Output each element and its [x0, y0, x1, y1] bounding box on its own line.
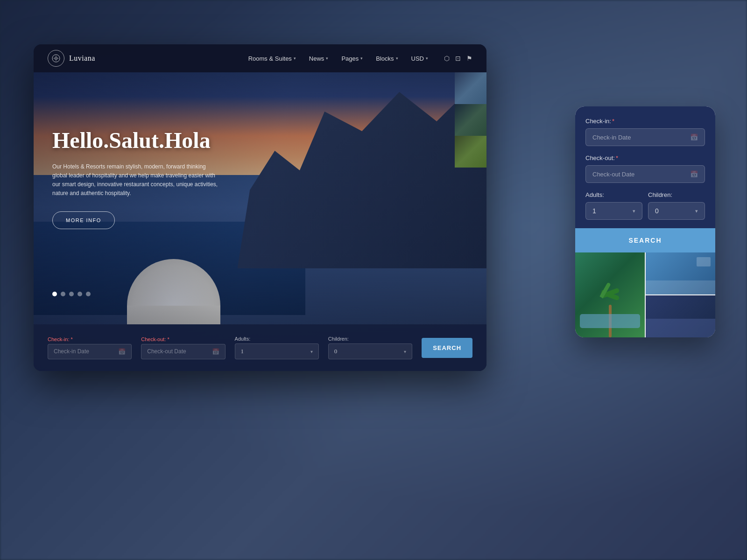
mob-adults-label: Adults:: [585, 191, 642, 198]
mob-search-button[interactable]: SEARCH: [575, 228, 715, 252]
booking-search-button[interactable]: SEARCH: [422, 338, 472, 358]
instagram-icon[interactable]: ⬡: [444, 55, 450, 63]
checkin-input[interactable]: Check-in Date 📅: [48, 344, 132, 359]
carousel-dot-5[interactable]: [86, 292, 91, 296]
checkout-input[interactable]: Check-out Date 📅: [141, 344, 225, 359]
nav-links: Rooms & Suites ▾ News ▾ Pages ▾ Blocks ▾…: [244, 52, 472, 65]
mob-adults-col: Adults: 1 ▾: [585, 191, 642, 220]
chevron-down-icon: ▾: [360, 56, 363, 61]
adults-label: Adults:: [235, 336, 319, 342]
logo-area[interactable]: Luviana: [48, 50, 95, 67]
chevron-down-icon: ▾: [404, 349, 406, 354]
chevron-down-icon: ▾: [396, 56, 398, 61]
mob-checkout-input[interactable]: Check-out Date 📅: [585, 165, 705, 183]
mob-checkin-label: Check-in:*: [585, 118, 705, 125]
calendar-icon: 📅: [118, 348, 126, 355]
navbar: Luviana Rooms & Suites ▾ News ▾ Pages ▾ …: [34, 44, 486, 72]
carousel-dot-1[interactable]: [52, 292, 57, 296]
mob-adults-select[interactable]: 1 ▾: [585, 202, 642, 220]
logo-icon: [48, 50, 64, 67]
checkout-label: Check-out: *: [141, 336, 225, 342]
nav-blocks[interactable]: Blocks ▾: [371, 52, 402, 65]
checkin-field: Check-in: * Check-in Date 📅: [48, 336, 132, 359]
calendar-icon: 📅: [212, 348, 219, 355]
mob-children-col: Children: 0 ▾: [648, 191, 705, 220]
camera-icon[interactable]: ⊡: [455, 55, 461, 63]
hero-thumbnail-strip: [455, 72, 486, 168]
chevron-down-icon: ▾: [326, 56, 328, 61]
carousel-dot-2[interactable]: [61, 292, 65, 296]
booking-bar: Check-in: * Check-in Date 📅 Check-out: *…: [34, 324, 486, 371]
nav-currency[interactable]: USD ▾: [407, 52, 433, 65]
hero-title: Hello.Salut.Hola: [52, 128, 220, 153]
mob-checkin-input[interactable]: Check-in Date 📅: [585, 128, 705, 146]
adults-field: Adults: 1 ▾: [235, 336, 319, 359]
mob-guests-row: Adults: 1 ▾ Children: 0 ▾: [585, 191, 705, 220]
nav-pages[interactable]: Pages ▾: [337, 52, 367, 65]
more-info-button[interactable]: MORE INFO: [52, 211, 115, 229]
flag-icon[interactable]: ⚑: [466, 55, 472, 63]
children-label: Children:: [328, 336, 412, 342]
chevron-down-icon: ▾: [310, 349, 313, 354]
chevron-down-icon: ▾: [695, 208, 698, 214]
hero-thumb-2: [455, 104, 486, 136]
calendar-icon: 📅: [690, 133, 698, 141]
nav-news[interactable]: News ▾: [304, 52, 333, 65]
mobile-booking-form: Check-in:* Check-in Date 📅 Check-out: * …: [575, 106, 715, 252]
laptop-mockup: Luviana Rooms & Suites ▾ News ▾ Pages ▾ …: [34, 44, 486, 371]
chevron-down-icon: ▾: [633, 208, 635, 214]
adults-select[interactable]: 1 ▾: [235, 343, 319, 359]
mob-children-label: Children:: [648, 191, 705, 198]
mob-children-select[interactable]: 0 ▾: [648, 202, 705, 220]
hero-thumb-3: [455, 136, 486, 168]
logo-text: Luviana: [69, 54, 95, 63]
hero-content: Hello.Salut.Hola Our Hotels & Resorts re…: [52, 128, 220, 229]
mob-photo-grid: [575, 252, 715, 337]
nav-social-links: ⬡ ⊡ ⚑: [444, 55, 472, 63]
carousel-dot-4[interactable]: [78, 292, 82, 296]
hero-subtitle: Our Hotels & Resorts remain stylish, mod…: [52, 162, 220, 198]
chevron-down-icon: ▾: [426, 56, 428, 61]
carousel-dot-3[interactable]: [69, 292, 74, 296]
children-field: Children: 0 ▾: [328, 336, 412, 359]
mob-checkout-label: Check-out: *: [585, 154, 705, 161]
nav-rooms-suites[interactable]: Rooms & Suites ▾: [244, 52, 301, 65]
checkout-field: Check-out: * Check-out Date 📅: [141, 336, 225, 359]
mob-photo-3: [646, 295, 715, 337]
mobile-panel: Check-in:* Check-in Date 📅 Check-out: * …: [575, 106, 715, 337]
mob-photo-2: [646, 252, 715, 294]
checkin-label: Check-in: *: [48, 336, 132, 342]
mob-photo-1: [575, 252, 645, 337]
mob-checkout-group: Check-out: * Check-out Date 📅: [585, 154, 705, 183]
carousel-dots: [52, 292, 91, 296]
chevron-down-icon: ▾: [294, 56, 296, 61]
children-select[interactable]: 0 ▾: [328, 343, 412, 359]
mob-checkin-group: Check-in:* Check-in Date 📅: [585, 118, 705, 146]
hero-thumb-1: [455, 72, 486, 104]
calendar-icon: 📅: [690, 170, 698, 178]
